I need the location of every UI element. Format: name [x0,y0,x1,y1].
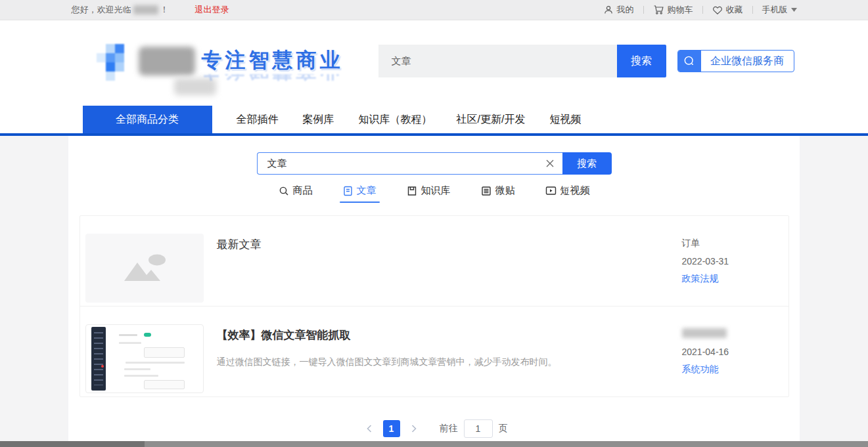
tab-knowledge-label: 知识库 [421,184,451,197]
bookmark-icon [407,186,417,196]
result-item: 【效率】微信文章智能抓取 通过微信图文链接，一键导入微信图文文章到商城文章营销中… [80,306,788,396]
chevron-right-icon [411,425,417,433]
chevron-left-icon [367,425,372,433]
nav-all-categories[interactable]: 全部商品分类 [83,106,212,133]
result-date: 2021-04-16 [682,347,761,357]
result-date: 2022-03-31 [682,256,761,266]
favorites-label: 收藏 [726,4,743,16]
image-placeholder-icon [120,253,169,284]
article-icon [343,186,353,196]
tab-posts[interactable]: 微贴 [481,184,515,203]
cart-icon [653,5,664,15]
thumbnail-toggle [144,333,151,337]
blurred-logo-text [139,47,195,75]
result-search-input[interactable] [258,158,537,169]
clear-icon[interactable] [537,159,562,168]
nav-item-knowledge[interactable]: 知识库（教程） [359,113,432,127]
horizontal-scrollbar[interactable] [0,441,868,447]
search-icon [279,186,289,196]
result-description: 通过微信图文链接，一键导入微信图文文章到商城文章营销中，减少手动发布时间。 [217,355,682,369]
pagination: 1 前往 页 [68,419,800,438]
goto-page-input[interactable] [464,419,493,438]
logo-pixel-icon [97,44,133,82]
tab-short-video[interactable]: 短视频 [545,184,590,203]
divider [702,6,703,14]
mobile-version-label: 手机版 [762,4,788,16]
nav-item-cases[interactable]: 案例库 [303,113,334,127]
result-meta: 订单 2022-03-31 政策法规 [682,234,761,303]
prev-page-button[interactable] [361,425,378,433]
thumbnail-admin-sidebar [91,327,106,391]
my-account-link[interactable]: 我的 [603,4,634,16]
greeting-suffix: ！ [160,4,169,16]
list-icon [481,186,491,196]
page-unit-label: 页 [499,423,508,435]
result-source: 订单 [682,238,761,249]
slogan-text: 专注智慧商业 [202,47,379,74]
result-category-link[interactable]: 系统功能 [682,364,761,375]
caret-down-icon [791,8,797,12]
result-search: 搜索 [257,152,612,175]
cart-link[interactable]: 购物车 [653,4,693,16]
greeting: 您好，欢迎光临 ！ [72,4,169,16]
page: 您好，欢迎光临 ！ 退出登录 我的 购物车 [0,0,868,447]
wecom-service-label: 企业微信服务商 [701,54,794,68]
brand-slogan: 专注智慧商业 专注智慧商业 [202,47,379,84]
tab-goods-label: 商品 [293,184,313,197]
result-search-button[interactable]: 搜索 [562,152,612,175]
my-account-label: 我的 [617,4,634,16]
blurred-source [682,328,727,338]
tab-short-video-label: 短视频 [560,184,590,197]
wecom-chat-icon [678,51,701,72]
user-icon [603,5,614,15]
greeting-prefix: 您好，欢迎光临 [72,4,131,16]
divider [643,6,644,14]
nav-item-community[interactable]: 社区/更新/开发 [457,113,526,127]
site-header: 专注智慧商业 专注智慧商业 搜索 企业微信服务商 [0,20,868,106]
tab-articles-label: 文章 [357,184,377,197]
wecom-service-button[interactable]: 企业微信服务商 [677,50,794,72]
favorites-link[interactable]: 收藏 [712,4,743,16]
result-category-link[interactable]: 政策法规 [682,273,761,285]
divider [752,6,753,14]
result-item: 最新文章 订单 2022-03-31 政策法规 [80,216,788,306]
site-search-input[interactable] [378,45,617,77]
site-logo[interactable] [97,44,195,82]
slogan-reflection: 专注智慧商业 [202,74,379,84]
tab-posts-label: 微贴 [495,184,515,197]
result-thumbnail[interactable] [85,324,204,393]
result-thumbnail[interactable] [85,234,204,303]
logout-link[interactable]: 退出登录 [195,4,229,16]
tab-goods[interactable]: 商品 [279,184,313,203]
nav-item-short-video[interactable]: 短视频 [549,113,581,127]
content-container: 搜索 商品 文章 [68,136,800,441]
page-1-button[interactable]: 1 [383,420,400,437]
heart-icon [712,5,723,15]
result-tabs: 商品 文章 知识库 微 [68,184,800,203]
video-icon [545,186,557,196]
tab-knowledge[interactable]: 知识库 [407,184,451,203]
mobile-version-menu[interactable]: 手机版 [762,4,797,16]
main-nav: 全部商品分类 全部插件 案例库 知识库（教程） 社区/更新/开发 短视频 [0,106,868,133]
result-title[interactable]: 最新文章 [217,237,682,252]
tab-articles[interactable]: 文章 [343,184,377,203]
goto-label: 前往 [440,423,458,435]
results-card: 最新文章 订单 2022-03-31 政策法规 [80,215,789,397]
blurred-username [133,5,158,14]
top-bar: 您好，欢迎光临 ！ 退出登录 我的 购物车 [0,0,868,20]
site-search: 搜索 [378,45,666,77]
nav-item-plugins[interactable]: 全部插件 [237,113,279,127]
main-area: 搜索 商品 文章 [0,136,868,441]
next-page-button[interactable] [405,425,423,433]
result-title[interactable]: 【效率】微信文章智能抓取 [217,328,682,343]
site-search-button[interactable]: 搜索 [617,45,666,77]
scrollbar-thumb[interactable] [0,441,145,447]
result-meta: 2021-04-16 系统功能 [682,324,761,393]
cart-label: 购物车 [668,4,693,16]
